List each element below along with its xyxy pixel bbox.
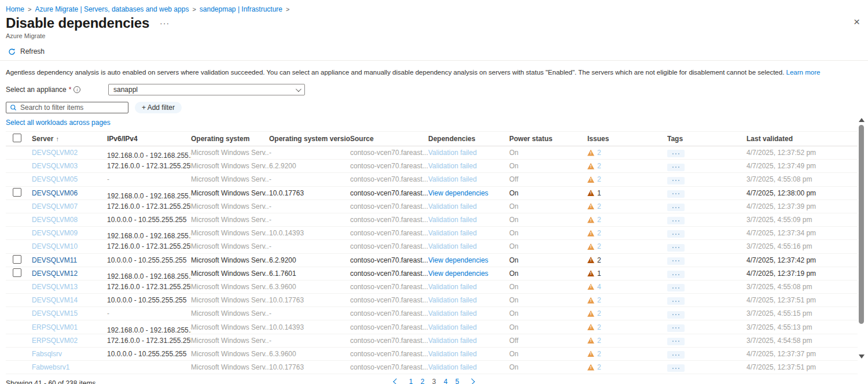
scroll-up-icon[interactable] <box>859 118 865 122</box>
server-link[interactable]: Fabwebsrv1 <box>32 363 69 371</box>
col-source[interactable]: Source <box>350 135 428 143</box>
dependencies-link[interactable]: View dependencies <box>428 269 488 278</box>
tags-more-button[interactable] <box>667 284 685 291</box>
dependencies-link[interactable]: Validation failed <box>428 175 477 183</box>
server-link[interactable]: DEVSQLVM13 <box>32 283 78 291</box>
server-link[interactable]: DEVSQLVM14 <box>32 296 78 304</box>
server-link[interactable]: DEVSQLVM03 <box>32 162 78 170</box>
issues-count[interactable]: 1 <box>597 269 601 278</box>
row-checkbox[interactable] <box>13 255 21 264</box>
issues-count[interactable]: 2 <box>597 350 601 358</box>
issues-count[interactable]: 2 <box>597 242 601 250</box>
tags-more-button[interactable] <box>667 204 685 211</box>
close-icon[interactable]: × <box>854 16 860 27</box>
breadcrumb-azure-migrate[interactable]: Azure Migrate | Servers, databases and w… <box>35 5 189 13</box>
issues-count[interactable]: 2 <box>597 337 601 345</box>
dependencies-link[interactable]: Validation failed <box>428 363 477 371</box>
previous-page-icon[interactable] <box>393 379 399 384</box>
server-link[interactable]: DEVSQLVM10 <box>32 242 78 250</box>
dependencies-link[interactable]: Validation failed <box>428 242 477 250</box>
server-link[interactable]: DEVSQLVM12 <box>32 269 78 278</box>
dependencies-link[interactable]: View dependencies <box>428 189 488 197</box>
col-last-validated[interactable]: Last validated <box>746 135 858 143</box>
dependencies-link[interactable]: Validation failed <box>428 216 477 224</box>
dependencies-link[interactable]: Validation failed <box>428 283 477 291</box>
tags-more-button[interactable] <box>667 338 685 345</box>
more-options-icon[interactable]: ··· <box>160 19 170 28</box>
col-dependencies[interactable]: Dependencies <box>428 135 509 143</box>
scroll-down-icon[interactable] <box>859 355 865 359</box>
page-number-2[interactable]: 2 <box>418 378 426 384</box>
col-os[interactable]: Operating system <box>191 135 269 143</box>
dependencies-link[interactable]: Validation failed <box>428 202 477 211</box>
tags-more-button[interactable] <box>667 257 685 265</box>
search-input[interactable] <box>20 104 124 112</box>
table-row[interactable]: DEVSQLVM12192.168.0.0 - 192.168.255.255M… <box>6 267 858 280</box>
issues-count[interactable]: 2 <box>597 323 601 331</box>
server-link[interactable]: DEVSQLVM07 <box>32 202 78 211</box>
issues-count[interactable]: 2 <box>597 296 601 304</box>
server-link[interactable]: DEVSQLVM08 <box>32 216 78 224</box>
issues-count[interactable]: 2 <box>597 256 601 264</box>
col-os-version[interactable]: Operating system version <box>269 135 350 143</box>
issues-count[interactable]: 4 <box>597 283 601 291</box>
page-number-5[interactable]: 5 <box>453 378 461 384</box>
issues-count[interactable]: 2 <box>597 216 601 224</box>
dependencies-link[interactable]: Validation failed <box>428 149 477 157</box>
table-row[interactable]: DEVSQLVM1110.0.0.0 - 10.255.255.255Micro… <box>6 254 858 267</box>
dependencies-link[interactable]: Validation failed <box>428 162 477 170</box>
add-filter-button[interactable]: + Add filter <box>135 102 182 113</box>
scrollbar-thumb[interactable] <box>859 125 864 324</box>
refresh-button[interactable]: Refresh <box>8 47 45 56</box>
row-checkbox[interactable] <box>13 188 21 197</box>
issues-count[interactable]: 2 <box>597 309 601 317</box>
server-link[interactable]: DEVSQLVM06 <box>32 189 78 197</box>
tags-more-button[interactable] <box>667 297 685 305</box>
server-link[interactable]: DEVSQLVM09 <box>32 229 78 237</box>
col-issues[interactable]: Issues <box>587 135 667 143</box>
row-checkbox[interactable] <box>13 268 21 277</box>
col-power-status[interactable]: Power status <box>509 135 587 143</box>
breadcrumb-home[interactable]: Home <box>6 5 24 13</box>
col-server[interactable]: Server↑ <box>32 135 107 143</box>
dependencies-link[interactable]: Validation failed <box>428 296 477 304</box>
tags-more-button[interactable] <box>667 177 685 184</box>
issues-count[interactable]: 2 <box>597 229 601 237</box>
tags-more-button[interactable] <box>667 271 685 278</box>
next-page-icon[interactable] <box>468 379 475 384</box>
table-row[interactable]: DEVSQLVM06192.168.0.0 - 192.168.255.255M… <box>6 187 858 200</box>
issues-count[interactable]: 2 <box>597 162 601 170</box>
tags-more-button[interactable] <box>667 190 685 198</box>
tags-more-button[interactable] <box>667 217 685 224</box>
dependencies-link[interactable]: Validation failed <box>428 337 477 345</box>
col-ip[interactable]: IPv6/IPv4 <box>107 135 191 143</box>
page-number-4[interactable]: 4 <box>442 378 450 384</box>
issues-count[interactable]: 2 <box>597 175 601 183</box>
server-link[interactable]: DEVSQLVM15 <box>32 309 78 317</box>
server-link[interactable]: ERPSQLVM02 <box>32 337 78 345</box>
tags-more-button[interactable] <box>667 364 685 372</box>
tags-more-button[interactable] <box>667 324 685 332</box>
tags-more-button[interactable] <box>667 164 685 171</box>
page-number-3[interactable]: 3 <box>430 378 438 384</box>
learn-more-link[interactable]: Learn more <box>786 69 821 76</box>
issues-count[interactable]: 2 <box>597 363 601 371</box>
tags-more-button[interactable] <box>667 244 685 252</box>
server-link[interactable]: Fabsqlsrv <box>32 350 62 358</box>
dependencies-link[interactable]: Validation failed <box>428 309 477 317</box>
dependencies-link[interactable]: Validation failed <box>428 323 477 331</box>
dependencies-link[interactable]: Validation failed <box>428 350 477 358</box>
tags-more-button[interactable] <box>667 311 685 319</box>
tags-more-button[interactable] <box>667 150 685 157</box>
issues-count[interactable]: 2 <box>597 202 601 211</box>
tags-more-button[interactable] <box>667 230 685 238</box>
dependencies-link[interactable]: View dependencies <box>428 256 488 264</box>
server-link[interactable]: DEVSQLVM05 <box>32 175 78 183</box>
issues-count[interactable]: 1 <box>597 189 601 197</box>
col-tags[interactable]: Tags <box>667 135 746 143</box>
dependencies-link[interactable]: Validation failed <box>428 229 477 237</box>
select-all-checkbox[interactable] <box>13 134 21 142</box>
breadcrumb-sandepmap[interactable]: sandepmap | Infrastructure <box>200 5 282 13</box>
server-link[interactable]: DEVSQLVM02 <box>32 149 78 157</box>
server-link[interactable]: DEVSQLVM11 <box>32 256 77 264</box>
